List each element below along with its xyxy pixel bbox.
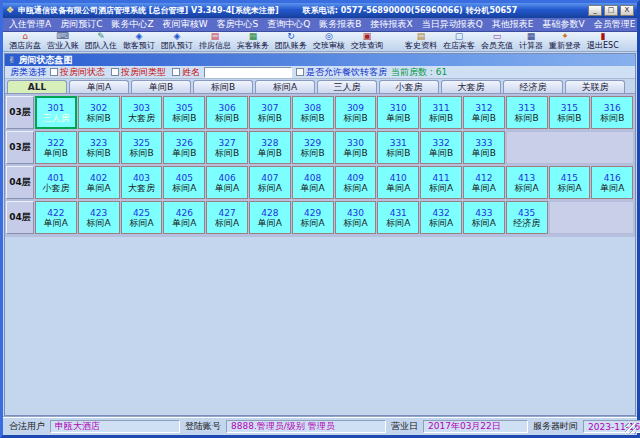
tab-单间A[interactable]: 单间A [69, 80, 129, 93]
menu-item[interactable]: 入住管理A [9, 18, 51, 31]
toolbar-button-shift-audit[interactable]: ◎交班审核 [310, 32, 348, 51]
close-button[interactable]: X [620, 5, 634, 16]
toolbar-button-walkin-reservation[interactable]: ◈散客预订 [120, 32, 158, 51]
toolbar-button-exit[interactable]: ▮退出ESC [584, 32, 622, 51]
room-cell-426[interactable]: 426单间A [163, 201, 205, 234]
room-cell-313[interactable]: 313标间B [506, 96, 548, 129]
room-cell-333[interactable]: 333单间B [463, 131, 505, 164]
room-cell-435[interactable]: 435经济房 [506, 201, 548, 234]
room-cell-433[interactable]: 433标间A [463, 201, 505, 234]
toolbar-button-room-assignment[interactable]: ▤排房信息 [196, 32, 234, 51]
toolbar-button-guest-history[interactable]: ▤客史资料 [402, 32, 440, 51]
room-cell-331[interactable]: 331标间B [377, 131, 419, 164]
menu-item[interactable]: 账务中心Z [111, 18, 153, 31]
room-cell-410[interactable]: 410单间A [377, 166, 419, 199]
room-cell-401[interactable]: 401小套房 [35, 166, 77, 199]
tab-小套房[interactable]: 小套房 [379, 80, 439, 93]
menu-item[interactable]: 客房中心S [217, 18, 259, 31]
tab-标间B[interactable]: 标间B [193, 80, 253, 93]
room-cell-432[interactable]: 432标间A [420, 201, 462, 234]
menu-item[interactable]: 接待报表X [371, 18, 413, 31]
room-cell-326[interactable]: 326单间B [163, 131, 205, 164]
room-cell-431[interactable]: 431标间A [377, 201, 419, 234]
tab-大套房[interactable]: 大套房 [441, 80, 501, 93]
room-cell-323[interactable]: 323标间B [78, 131, 120, 164]
room-cell-312[interactable]: 312单间B [463, 96, 505, 129]
room-cell-425[interactable]: 425标间A [121, 201, 163, 234]
tab-ALL[interactable]: ALL [7, 80, 67, 93]
toolbar-button-group-billing[interactable]: ↻团队账务 [272, 32, 310, 51]
menu-item[interactable]: 基础参数V [543, 18, 585, 31]
toolbar-button-calculator[interactable]: ▦计算器 [516, 32, 546, 51]
allow-transfer-checkbox[interactable] [296, 68, 304, 76]
room-cell-409[interactable]: 409标间A [335, 166, 377, 199]
maximize-button[interactable]: □ [604, 5, 618, 16]
filter-checkbox[interactable] [111, 68, 119, 76]
tab-三人房[interactable]: 三人房 [317, 80, 377, 93]
room-cell-427[interactable]: 427标间A [206, 201, 248, 234]
guest-name-input[interactable] [204, 67, 292, 78]
room-cell-306[interactable]: 306标间B [206, 96, 248, 129]
room-cell-325[interactable]: 325标间B [121, 131, 163, 164]
room-cell-429[interactable]: 429标间A [292, 201, 334, 234]
room-cell-307[interactable]: 307标间B [249, 96, 291, 129]
menu-item[interactable]: 查询中心Q [267, 18, 310, 31]
menu-item[interactable]: 会员管理E [594, 18, 636, 31]
room-cell-430[interactable]: 430标间A [335, 201, 377, 234]
menu-item[interactable]: 夜间审核W [163, 18, 208, 31]
room-cell-406[interactable]: 406单间A [206, 166, 248, 199]
room-type-label: 经济房 [513, 218, 540, 228]
menu-item[interactable]: 当日异动报表Q [422, 18, 483, 31]
room-cell-423[interactable]: 423标间A [78, 201, 120, 234]
room-cell-315[interactable]: 315标间B [549, 96, 591, 129]
room-cell-405[interactable]: 405标间A [163, 166, 205, 199]
minimize-button[interactable]: _ [588, 5, 602, 16]
room-cell-428[interactable]: 428单间A [249, 201, 291, 234]
room-cell-322[interactable]: 322单间B [35, 131, 77, 164]
room-cell-308[interactable]: 308标间B [292, 96, 334, 129]
toolbar-button-inhouse-guests[interactable]: ▢在店宾客 [440, 32, 478, 51]
room-cell-411[interactable]: 411标间A [420, 166, 462, 199]
room-cell-403[interactable]: 403大套房 [121, 166, 163, 199]
toolbar-button-group-reservation[interactable]: ◈团队预订 [158, 32, 196, 51]
room-cell-316[interactable]: 316标间B [591, 96, 633, 129]
room-cell-407[interactable]: 407标间A [249, 166, 291, 199]
room-cell-330[interactable]: 330单间B [335, 131, 377, 164]
tab-关联房[interactable]: 关联房 [565, 80, 625, 93]
toolbar-button-relogin[interactable]: ✦重新登录 [546, 32, 584, 51]
menu-item[interactable]: 其他报表E [492, 18, 534, 31]
filter-checkbox[interactable] [172, 68, 180, 76]
menu-item[interactable]: 房间预订C [60, 18, 102, 31]
room-number: 325 [133, 138, 150, 148]
toolbar-button-hotel-rooms[interactable]: ⌂酒店房盘 [6, 32, 44, 51]
tab-单间B[interactable]: 单间B [131, 80, 191, 93]
room-cell-309[interactable]: 309标间B [335, 96, 377, 129]
resize-grip[interactable] [625, 423, 636, 434]
room-cell-305[interactable]: 305标间B [163, 96, 205, 129]
room-cell-412[interactable]: 412单间A [463, 166, 505, 199]
room-cell-311[interactable]: 311标间B [420, 96, 462, 129]
room-cell-415[interactable]: 415标间A [549, 166, 591, 199]
room-cell-328[interactable]: 328单间B [249, 131, 291, 164]
room-cell-408[interactable]: 408单间A [292, 166, 334, 199]
room-cell-303[interactable]: 303大套房 [121, 96, 163, 129]
room-cell-413[interactable]: 413标间A [506, 166, 548, 199]
room-cell-301[interactable]: 301三人房 [35, 96, 77, 129]
toolbar-button-group-checkin[interactable]: ✎团队入住 [82, 32, 120, 51]
room-cell-329[interactable]: 329标间B [292, 131, 334, 164]
toolbar-button-business-entry[interactable]: ⌨营业入账 [44, 32, 82, 51]
tab-标间A[interactable]: 标间A [255, 80, 315, 93]
toolbar-button-shift-query[interactable]: ▣交班查询 [348, 32, 386, 51]
room-cell-302[interactable]: 302标间B [78, 96, 120, 129]
room-cell-422[interactable]: 422单间A [35, 201, 77, 234]
filter-checkbox[interactable] [50, 68, 58, 76]
toolbar-button-guest-billing[interactable]: ▦宾客账务 [234, 32, 272, 51]
room-cell-402[interactable]: 402单间A [78, 166, 120, 199]
room-cell-416[interactable]: 416单间A [591, 166, 633, 199]
room-cell-310[interactable]: 310单间B [377, 96, 419, 129]
tab-经济房[interactable]: 经济房 [503, 80, 563, 93]
toolbar-button-member-recharge[interactable]: ▭会员充值 [478, 32, 516, 51]
menu-item[interactable]: 账务报表B [319, 18, 361, 31]
room-cell-327[interactable]: 327标间B [206, 131, 248, 164]
room-cell-332[interactable]: 332单间B [420, 131, 462, 164]
